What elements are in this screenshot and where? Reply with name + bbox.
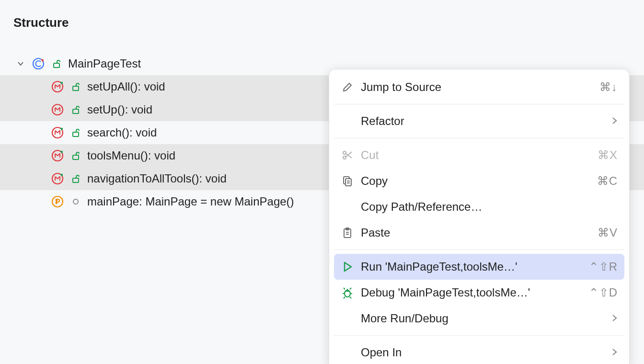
menu-shortcut: ⌘V	[598, 226, 618, 239]
menu-shortcut: ⌃⇧R	[589, 260, 618, 273]
menu-separator	[334, 250, 624, 250]
method-with-arrow-icon	[51, 80, 64, 93]
tree-item-label: navigationToAllTools(): void	[87, 172, 227, 185]
svg-point-14	[73, 199, 78, 204]
class-icon	[32, 57, 45, 70]
method-with-arrow-icon	[51, 149, 64, 162]
menu-shortcut: ⌃⇧D	[589, 286, 618, 299]
menu-item-copy[interactable]: Copy⌘C	[334, 168, 624, 194]
svg-rect-9	[73, 155, 79, 159]
menu-item-jump-to-source[interactable]: Jump to Source⌘↓	[334, 74, 624, 100]
menu-item-copy-path-reference[interactable]: Copy Path/Reference…	[334, 194, 624, 220]
tree-item-label: setUpAll(): void	[87, 80, 165, 93]
menu-item-label: Debug 'MainPageTest,toolsMe…'	[361, 286, 589, 299]
panel-title: Structure	[0, 0, 644, 30]
tree-item-label: setUp(): void	[87, 103, 152, 116]
menu-item-label: Paste	[361, 226, 598, 239]
menu-item-run-mainpagetest-toolsme[interactable]: Run 'MainPageTest,toolsMe…'⌃⇧R	[334, 254, 624, 280]
scissors-icon	[341, 148, 354, 162]
svg-text:f: f	[56, 198, 58, 205]
chevron-down-icon[interactable]	[16, 59, 25, 68]
field-icon: f	[51, 195, 64, 208]
copy-icon	[341, 174, 354, 188]
debug-icon	[341, 286, 354, 299]
svg-rect-18	[345, 179, 351, 186]
menu-shortcut: ⌘↓	[599, 80, 618, 94]
menu-item-label: Refactor	[361, 114, 611, 128]
menu-separator	[334, 138, 624, 138]
tree-item-label: toolsMenu(): void	[87, 149, 175, 162]
menu-shortcut: ⌘C	[597, 174, 618, 188]
unlock-icon	[69, 172, 82, 185]
menu-item-debug-mainpagetest-toolsme[interactable]: Debug 'MainPageTest,toolsMe…'⌃⇧D	[334, 280, 624, 306]
menu-item-cut: Cut⌘X	[334, 142, 624, 168]
pencil-icon	[341, 80, 354, 94]
unlock-icon	[69, 149, 82, 162]
unlock-icon	[69, 80, 82, 93]
menu-item-label: Open In	[361, 346, 611, 359]
tree-item-label: mainPage: MainPage = new MainPage()	[87, 195, 294, 208]
method-icon	[51, 103, 64, 116]
menu-item-more-run-debug[interactable]: More Run/Debug	[334, 306, 624, 331]
unlock-icon	[69, 103, 82, 116]
svg-rect-1	[54, 63, 59, 68]
unlock-icon	[50, 57, 63, 70]
menu-item-label: Cut	[361, 148, 598, 162]
menu-item-label: More Run/Debug	[361, 312, 611, 325]
menu-item-label: Jump to Source	[361, 80, 599, 94]
method-with-arrow-icon	[51, 172, 64, 185]
menu-item-open-in[interactable]: Open In	[334, 340, 624, 364]
run-icon	[341, 260, 354, 273]
unlock-icon	[69, 126, 82, 139]
menu-item-label: Copy Path/Reference…	[361, 200, 618, 214]
chevron-right-icon	[611, 312, 618, 325]
method-with-arrow-icon	[51, 126, 64, 139]
chevron-right-icon	[611, 346, 618, 359]
svg-rect-7	[73, 132, 79, 136]
svg-rect-11	[73, 178, 79, 182]
menu-item-label: Run 'MainPageTest,toolsMe…'	[361, 260, 589, 273]
visibility-icon	[69, 195, 82, 208]
svg-rect-5	[73, 109, 79, 114]
context-menu: Jump to Source⌘↓RefactorCut⌘XCopy⌘CCopy …	[329, 69, 630, 364]
tree-item-label: search(): void	[87, 126, 157, 139]
chevron-right-icon	[611, 114, 618, 128]
tree-root-label: MainPageTest	[68, 57, 141, 70]
menu-shortcut: ⌘X	[598, 148, 618, 162]
menu-item-paste[interactable]: Paste⌘V	[334, 220, 624, 246]
clipboard-icon	[341, 226, 354, 239]
menu-item-refactor[interactable]: Refactor	[334, 108, 624, 134]
menu-item-label: Copy	[361, 174, 597, 188]
menu-separator	[334, 335, 624, 336]
menu-separator	[334, 104, 624, 104]
svg-rect-3	[73, 86, 79, 91]
